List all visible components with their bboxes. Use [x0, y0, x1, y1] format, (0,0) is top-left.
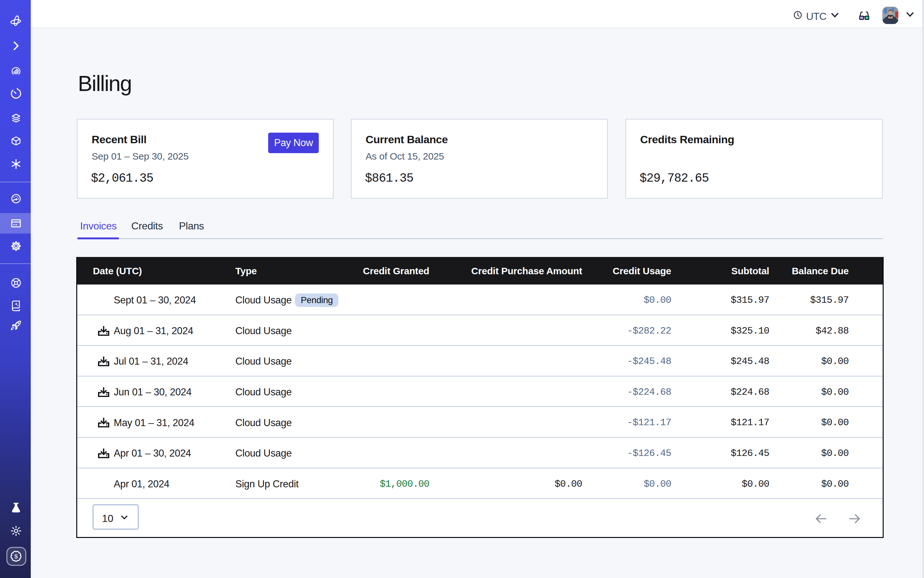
- svg-text:$: $: [14, 553, 18, 560]
